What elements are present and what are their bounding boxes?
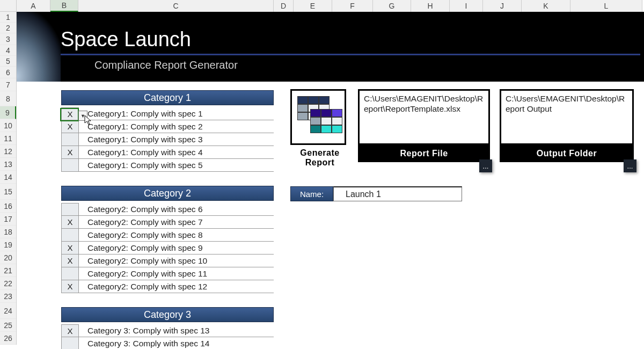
row-header-5[interactable]: 5: [0, 56, 16, 67]
row-header-11[interactable]: 11: [0, 132, 16, 145]
spec-row: Category2: Comply with spec 11: [61, 267, 274, 280]
row-header-12[interactable]: 12: [0, 145, 16, 158]
column-header-D[interactable]: D: [274, 0, 294, 12]
spec-row: Category2: Comply with spec 6: [61, 203, 274, 216]
generate-report-button[interactable]: Generate Report: [290, 89, 349, 171]
spec-text: Category1: Comply with spec 2: [79, 120, 274, 133]
comply-checkbox[interactable]: [61, 337, 79, 349]
spec-row: XCategory2: Comply with spec 10: [61, 255, 274, 267]
select-all-corner[interactable]: [0, 0, 17, 12]
row-header-26[interactable]: 26: [0, 332, 16, 345]
spec-row: XCategory2: Comply with spec 9: [61, 242, 274, 255]
browse-report-file-button[interactable]: ...: [479, 159, 492, 172]
output-folder-path: C:\Users\EMAGENIT\Desktop\Report Output: [501, 91, 632, 117]
spec-row: XCategory1: Comply with spec 2: [61, 120, 274, 133]
name-value-text: Launch 1: [346, 190, 381, 199]
column-header-H[interactable]: H: [411, 0, 450, 12]
row-header-20[interactable]: 20: [0, 251, 16, 264]
row-header-21[interactable]: 21: [0, 264, 16, 277]
row-headers: 1234567891011121314151617181920212223242…: [0, 12, 17, 345]
spec-text: Category2: Comply with spec 10: [79, 255, 274, 267]
comply-checkbox[interactable]: X: [61, 280, 79, 293]
row-header-16[interactable]: 16: [0, 200, 16, 213]
comply-checkbox[interactable]: X: [61, 242, 79, 255]
comply-checkbox[interactable]: X: [61, 146, 79, 159]
comply-checkbox[interactable]: [61, 203, 79, 216]
row-header-6[interactable]: 6: [0, 67, 16, 78]
name-label: Name:: [290, 186, 333, 201]
column-header-L[interactable]: L: [570, 0, 642, 12]
column-header-E[interactable]: E: [294, 0, 332, 12]
row-header-23[interactable]: 23: [0, 290, 16, 303]
spec-text: Category 3: Comply with spec 13: [79, 324, 274, 337]
browse-output-folder-button[interactable]: ...: [624, 159, 636, 172]
row-header-1[interactable]: 1: [0, 12, 16, 23]
row-header-8[interactable]: 8: [0, 91, 16, 106]
comply-checkbox[interactable]: [61, 133, 79, 146]
comply-checkbox[interactable]: X: [61, 324, 79, 337]
row-header-3[interactable]: 3: [0, 33, 16, 45]
output-folder-label: Output Folder: [500, 145, 634, 162]
comply-checkbox[interactable]: [61, 267, 79, 280]
spec-text: Category1: Comply with spec 4: [79, 146, 274, 159]
row-header-17[interactable]: 17: [0, 213, 16, 226]
comply-checkbox[interactable]: [61, 159, 79, 172]
earth-image: [17, 12, 61, 82]
row-header-25[interactable]: 25: [0, 319, 16, 332]
spec-text: Category2: Comply with spec 12: [79, 280, 274, 293]
report-file-box: C:\Users\EMAGENIT\Desktop\Report\ReportT…: [358, 89, 490, 162]
row-header-10[interactable]: 10: [0, 119, 16, 132]
row-header-9[interactable]: 9: [0, 106, 16, 119]
spec-text: Category1: Comply with spec 1: [79, 107, 274, 120]
column-header-J[interactable]: J: [483, 0, 522, 12]
column-header-I[interactable]: I: [450, 0, 483, 12]
report-file-label: Report File: [358, 145, 490, 162]
row-header-15[interactable]: 15: [0, 184, 16, 200]
comply-checkbox[interactable]: [61, 229, 79, 242]
spec-text: Category2: Comply with spec 6: [79, 203, 274, 216]
spec-row: XCategory1: Comply with spec 4: [61, 146, 274, 159]
comply-checkbox[interactable]: X: [61, 216, 79, 229]
comply-checkbox[interactable]: X: [61, 255, 79, 267]
spec-row: Category1: Comply with spec 3: [61, 133, 274, 146]
column-header-C[interactable]: C: [78, 0, 274, 12]
report-file-path: C:\Users\EMAGENIT\Desktop\Report\ReportT…: [360, 91, 488, 117]
row-header-14[interactable]: 14: [0, 171, 16, 184]
banner-title: Space Launch: [61, 28, 191, 51]
column-header-A[interactable]: A: [17, 0, 50, 12]
row-header-19[interactable]: 19: [0, 238, 16, 251]
column-header-G[interactable]: G: [373, 0, 411, 12]
spec-row: XCategory1: Comply with spec 1: [61, 107, 274, 120]
spec-row: Category1: Comply with spec 5: [61, 159, 274, 172]
column-header-F[interactable]: F: [332, 0, 373, 12]
spec-text: Category2: Comply with spec 8: [79, 229, 274, 242]
row-header-13[interactable]: 13: [0, 158, 16, 171]
comply-checkbox[interactable]: X: [61, 120, 79, 133]
row-header-24[interactable]: 24: [0, 303, 16, 319]
spec-row: Category 3: Comply with spec 14: [61, 337, 274, 349]
spec-text: Category2: Comply with spec 7: [79, 216, 274, 229]
spec-row: XCategory 3: Comply with spec 13: [61, 324, 274, 337]
spec-row: XCategory2: Comply with spec 7: [61, 216, 274, 229]
spec-text: Category 3: Comply with spec 14: [79, 337, 274, 349]
name-input[interactable]: Launch 1: [333, 186, 462, 201]
banner-divider: [61, 54, 640, 55]
row-header-4[interactable]: 4: [0, 45, 16, 56]
row-header-18[interactable]: 18: [0, 226, 16, 238]
spec-text: Category1: Comply with spec 5: [79, 159, 274, 172]
category-header: Category 1: [61, 90, 274, 105]
column-headers: ABCDEFGHIJKL: [17, 0, 642, 12]
row-header-7[interactable]: 7: [0, 78, 16, 91]
column-header-K[interactable]: K: [522, 0, 570, 12]
row-header-22[interactable]: 22: [0, 277, 16, 290]
column-header-B[interactable]: B: [50, 0, 78, 12]
category-header: Category 3: [61, 307, 274, 322]
spec-text: Category1: Comply with spec 3: [79, 133, 274, 146]
output-folder-box: C:\Users\EMAGENIT\Desktop\Report Output …: [500, 89, 634, 162]
banner-subtitle: Compliance Report Generator: [94, 59, 238, 71]
row-header-2[interactable]: 2: [0, 23, 16, 33]
report-icon: [295, 94, 345, 147]
active-cell[interactable]: [60, 108, 79, 121]
dropdown-arrow-icon[interactable]: ▼: [78, 111, 87, 121]
generate-report-label: Generate Report: [290, 145, 349, 171]
